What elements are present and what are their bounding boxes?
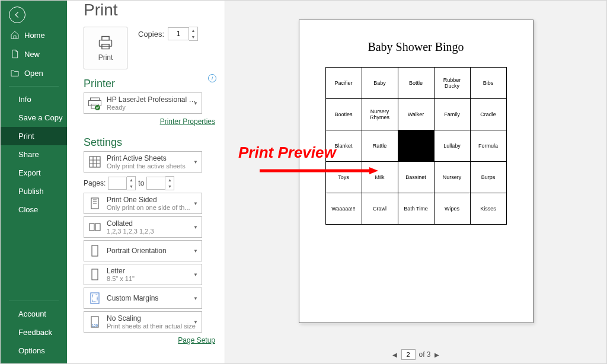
pages-row: Pages: ▲▼ to ▲▼ [84, 176, 215, 190]
chevron-down-icon: ▼ [193, 225, 198, 230]
sidebar-item-options[interactable]: Options [1, 341, 67, 360]
chevron-down-icon: ▼ [193, 248, 198, 254]
bingo-cell: Bibs [470, 68, 506, 99]
copies-up[interactable]: ▲ [189, 27, 197, 34]
bingo-cell: Bottle [398, 68, 434, 99]
svg-rect-4 [89, 101, 101, 106]
paper-dropdown[interactable]: Letter 8.5" x 11" ▼ [84, 264, 202, 285]
svg-rect-11 [92, 245, 98, 256]
sidebar-item-publish[interactable]: Publish [1, 182, 67, 200]
copies-down[interactable]: ▼ [189, 34, 197, 40]
sidebar-item-label: Open [24, 69, 43, 78]
copies-row: Copies: ▲▼ [138, 27, 198, 41]
bingo-cell: Baby [362, 68, 398, 99]
sidebar-item-home[interactable]: Home [1, 25, 67, 44]
backstage-sidebar: Home New Open InfoSave a CopyPrintShareE… [1, 1, 67, 363]
app-root: Home New Open InfoSave a CopyPrintShareE… [0, 0, 607, 364]
bingo-cell: Walker [398, 99, 434, 130]
svg-rect-9 [90, 223, 94, 231]
one-sided-icon [88, 196, 102, 210]
chevron-down-icon: ▼ [193, 320, 198, 325]
bingo-cell: Burps [470, 162, 506, 193]
print-button[interactable]: Print [84, 27, 127, 69]
collate-dropdown[interactable]: Collated 1,2,3 1,2,3 1,2,3 ▼ [84, 216, 202, 238]
bingo-cell: Bath Time [398, 193, 434, 225]
sides-dropdown[interactable]: Print One Sided Only print on one side o… [84, 193, 202, 214]
sidebar-item-account[interactable]: Account [1, 305, 67, 323]
chevron-down-icon: ▼ [193, 101, 198, 106]
sidebar-item-save-a-copy[interactable]: Save a Copy [1, 108, 67, 127]
pages-from-up[interactable]: ▲ [127, 177, 135, 183]
bingo-cell: Rubber Ducky [434, 68, 470, 99]
sidebar-item-info[interactable]: Info [1, 90, 67, 108]
current-page-input[interactable] [401, 349, 415, 360]
portrait-icon [88, 244, 102, 258]
print-button-label: Print [98, 53, 113, 62]
bingo-cell: Milk [362, 162, 398, 193]
pages-to-down[interactable]: ▼ [165, 183, 174, 190]
arrow-left-icon [13, 11, 21, 19]
chevron-down-icon: ▼ [193, 296, 198, 301]
bingo-cell: Wipes [434, 193, 470, 225]
svg-rect-3 [91, 98, 100, 101]
sidebar-item-new[interactable]: New [1, 44, 67, 63]
pages-from-input[interactable] [108, 177, 127, 190]
main-area: Print Print Copies: [67, 1, 606, 363]
sidebar-item-feedback[interactable]: Feedback [1, 323, 67, 341]
bingo-cell [398, 130, 434, 162]
pages-from-down[interactable]: ▼ [127, 183, 135, 190]
printer-icon [97, 34, 114, 51]
copies-label: Copies: [138, 30, 164, 39]
next-page-button[interactable]: ▶ [435, 352, 439, 358]
printer-properties-link[interactable]: Printer Properties [160, 117, 215, 126]
svg-rect-10 [95, 223, 100, 231]
sidebar-bottom-group: AccountFeedbackOptions [1, 297, 67, 363]
info-icon[interactable]: i [208, 74, 216, 82]
bingo-cell: Bassinet [398, 162, 434, 193]
page-title: Print [84, 1, 215, 20]
margins-dropdown[interactable]: Custom Margins ▼ [84, 288, 202, 309]
sidebar-item-export[interactable]: Export [1, 164, 67, 182]
collate-icon [88, 220, 102, 234]
chevron-down-icon: ▼ [193, 159, 198, 165]
bingo-grid: PacifierBabyBottleRubber DuckyBibsBootie… [325, 67, 507, 225]
bingo-cell: Booties [325, 99, 362, 130]
bingo-cell: Formula [470, 130, 506, 162]
sidebar-item-share[interactable]: Share [1, 145, 67, 164]
printer-dropdown[interactable]: HP LaserJet Professional P 1... Ready ▼ [84, 92, 202, 114]
pages-to-input[interactable] [146, 177, 165, 190]
copies-input[interactable] [168, 27, 189, 40]
sidebar-item-open[interactable]: Open [1, 63, 67, 82]
printer-status: Ready [107, 104, 199, 111]
bingo-cell: Kisses [470, 193, 506, 225]
page-total-label: of 3 [418, 350, 430, 359]
page-setup-link[interactable]: Page Setup [178, 336, 215, 344]
preview-document-title: Baby Shower Bingo [318, 40, 514, 54]
settings-heading: Settings [84, 136, 215, 149]
printer-heading: Printer i [84, 78, 215, 90]
bingo-cell: Blanket [325, 130, 362, 162]
prev-page-button[interactable]: ◀ [392, 352, 397, 358]
back-button[interactable] [9, 7, 25, 23]
svg-rect-7 [90, 157, 100, 167]
print-settings-panel: Print Print Copies: [67, 1, 225, 363]
bingo-cell: Cradle [470, 99, 506, 130]
bingo-cell: Family [434, 99, 470, 130]
pages-to-up[interactable]: ▲ [165, 177, 174, 183]
bingo-cell: Nursery [434, 162, 470, 193]
new-icon [10, 49, 20, 59]
bingo-cell: Lullaby [434, 130, 470, 162]
sidebar-item-print[interactable]: Print [1, 127, 67, 145]
chevron-down-icon: ▼ [193, 201, 198, 206]
printer-name: HP LaserJet Professional P 1... [107, 95, 199, 104]
bingo-cell: Rattle [362, 130, 398, 162]
sidebar-item-close[interactable]: Close [1, 200, 67, 219]
open-icon [10, 68, 20, 78]
print-preview-panel: Baby Shower Bingo PacifierBabyBottleRubb… [225, 1, 606, 363]
print-what-dropdown[interactable]: Print Active Sheets Only print the activ… [84, 151, 202, 173]
bingo-cell: Waaaaa!!! [325, 193, 362, 225]
sidebar-divider [9, 86, 59, 87]
orientation-dropdown[interactable]: Portrait Orientation ▼ [84, 240, 202, 261]
scaling-dropdown[interactable]: 100 No Scaling Print sheets at their act… [84, 311, 202, 333]
svg-text:100: 100 [92, 324, 98, 327]
